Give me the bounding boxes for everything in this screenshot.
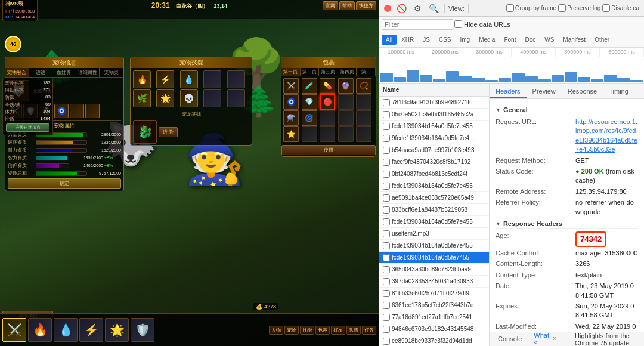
- request-item-17[interactable]: 81bb33c60f257d71ff0f279df9: [379, 288, 489, 299]
- filter-btn-manifest[interactable]: Manifest: [559, 35, 590, 45]
- req-check-19[interactable]: [383, 314, 390, 321]
- req-check-9[interactable]: [383, 194, 390, 202]
- bag-slot-9[interactable]: [338, 94, 354, 110]
- bag-slot-8-highlighted[interactable]: 🔴: [320, 94, 335, 110]
- request-item-15[interactable]: 365d043a30bd89c7823bbaa9.: [379, 264, 489, 276]
- general-section-title[interactable]: ▼ General: [496, 106, 638, 115]
- tab-timing[interactable]: Timing: [603, 85, 634, 98]
- advance-button[interactable]: 进 阶: [159, 127, 178, 137]
- request-item-14-selected[interactable]: fcde1f39034b164a0d5fe7455: [379, 252, 489, 264]
- request-item-4[interactable]: 9fcde1f39034b164a0d5fe7e4...: [379, 132, 489, 144]
- request-item-20[interactable]: 94846c6703e9c182c43145548: [379, 323, 489, 335]
- bottom-nav-team[interactable]: 队伍: [346, 326, 361, 335]
- skill-slot-10[interactable]: [227, 89, 245, 107]
- close-dot[interactable]: [384, 5, 391, 12]
- req-check-18[interactable]: [383, 302, 390, 309]
- filter-btn-img[interactable]: Img: [456, 35, 474, 45]
- pet-tab-1[interactable]: 进进: [29, 68, 53, 77]
- bag-tab-1[interactable]: 第一页: [281, 68, 301, 76]
- nav-btn-official[interactable]: 官网: [323, 1, 338, 10]
- use-button[interactable]: 使用: [281, 145, 376, 155]
- filter-btn-other[interactable]: Other: [590, 35, 614, 45]
- bag-slot-17[interactable]: [302, 126, 317, 142]
- bottom-nav-friends[interactable]: 好友: [331, 326, 345, 335]
- hide-urls-checkbox[interactable]: [454, 20, 462, 28]
- bottom-nav-bag[interactable]: 包裹: [315, 326, 330, 335]
- skill-slot-3[interactable]: 💧: [180, 70, 198, 88]
- bag-slot-5[interactable]: 📿: [356, 78, 371, 94]
- skill-bar-slot-2[interactable]: 🔥: [28, 318, 52, 342]
- filter-btn-doc[interactable]: Doc: [521, 35, 540, 45]
- preserve-log-checkbox[interactable]: [558, 4, 566, 12]
- req-check-3[interactable]: [383, 123, 390, 130]
- request-item-12[interactable]: useltem2.mp3: [379, 228, 489, 240]
- request-item-10[interactable]: 833bcff6e1a84487b5219058: [379, 204, 489, 216]
- bag-slot-19[interactable]: [338, 126, 354, 142]
- skill-slot-9[interactable]: [203, 89, 221, 107]
- skill-slot-4[interactable]: [203, 70, 221, 88]
- req-check-10[interactable]: [383, 206, 390, 214]
- req-check-11[interactable]: [383, 218, 390, 225]
- req-check-6[interactable]: [383, 159, 390, 166]
- nav-btn-help[interactable]: 帮助: [339, 1, 355, 10]
- req-check-16[interactable]: [383, 278, 390, 285]
- bottom-nav-tasks[interactable]: 任务: [362, 326, 376, 335]
- hide-urls-label[interactable]: Hide data URLs: [454, 20, 510, 28]
- bag-slot-6[interactable]: 🧿: [283, 94, 299, 110]
- group-by-frame-option[interactable]: Group by frame: [506, 4, 556, 12]
- req-check-21[interactable]: [383, 338, 390, 345]
- tab-preview[interactable]: Preview: [527, 85, 562, 98]
- request-item-21[interactable]: ce89018bc9337c3f32d94d1dd: [379, 335, 489, 346]
- skill-slot-5[interactable]: [227, 70, 245, 88]
- req-check-14[interactable]: [383, 254, 390, 261]
- req-check-13[interactable]: [383, 242, 390, 249]
- pet-tab-2[interactable]: 血娃养: [52, 68, 76, 77]
- request-item-9[interactable]: ae5091ba4ce033c5720e65a49: [379, 192, 489, 204]
- filter-input[interactable]: [382, 19, 453, 30]
- request-item-18[interactable]: 6361ec178b5cf7cb22f3443b7e: [379, 299, 489, 311]
- skill-bar-slot-4[interactable]: ⚡: [79, 318, 103, 342]
- pet-tab-4[interactable]: 宠物灵: [100, 68, 123, 77]
- filter-btn-media[interactable]: Media: [475, 35, 499, 45]
- bag-slot-7[interactable]: 💎: [302, 94, 317, 110]
- filter-btn-all[interactable]: All: [382, 35, 397, 45]
- req-check-12[interactable]: [383, 230, 390, 237]
- pet-tab-3[interactable]: 详细属性: [76, 68, 100, 77]
- req-check-8[interactable]: [383, 183, 390, 190]
- pet-tab-0[interactable]: 宠物融合: [5, 68, 29, 77]
- filter-btn-xhr[interactable]: XHR: [397, 35, 418, 45]
- request-item-5[interactable]: b54aaca9ad07ee997b103e493: [379, 144, 489, 156]
- disable-cache-checkbox[interactable]: [602, 4, 610, 12]
- tab-response[interactable]: Response: [562, 85, 603, 98]
- request-item-19[interactable]: 77a18d891ed27a1dfb7cc2541: [379, 311, 489, 323]
- bag-slot-16[interactable]: ⭐: [283, 126, 299, 142]
- group-by-frame-checkbox[interactable]: [506, 4, 514, 12]
- skill-slot-1[interactable]: 🔥: [133, 70, 151, 88]
- bottom-nav-char[interactable]: 人物: [269, 326, 283, 335]
- bag-tab-5[interactable]: 第二: [357, 68, 376, 76]
- request-item-6[interactable]: facef9fe48704320c8f8b17192: [379, 156, 489, 168]
- bag-slot-14[interactable]: [338, 110, 354, 126]
- skill-slot-8[interactable]: 💀: [180, 89, 198, 107]
- bag-slot-12[interactable]: 🌀: [302, 110, 317, 126]
- skill-slot-7[interactable]: 🌟: [156, 89, 174, 107]
- req-check-4[interactable]: [383, 135, 390, 142]
- request-item-11[interactable]: fcde1f39034b164a0d5fe7e455: [379, 216, 489, 228]
- confirm-button[interactable]: 确定: [8, 178, 121, 189]
- filter-icon[interactable]: ⚙: [412, 2, 423, 14]
- bag-slot-15[interactable]: [356, 110, 371, 126]
- skill-bar-slot-6[interactable]: 🛡️: [131, 318, 154, 342]
- req-check-20[interactable]: [383, 326, 390, 333]
- req-check-17[interactable]: [383, 290, 390, 297]
- skill-slot-2[interactable]: ⚡: [156, 70, 174, 88]
- bag-slot-10[interactable]: [356, 94, 371, 110]
- bag-slot-3[interactable]: 💊: [320, 78, 335, 94]
- bag-slot-20[interactable]: [356, 126, 371, 142]
- bag-slot-18[interactable]: [320, 126, 335, 142]
- levelup-button[interactable]: 升级自动加点: [6, 123, 49, 132]
- disable-cache-option[interactable]: Disable ca: [602, 4, 639, 12]
- skill-bar-slot-5[interactable]: 🌟: [105, 318, 129, 342]
- req-check-7[interactable]: [383, 171, 390, 178]
- request-item-2[interactable]: 05c0e5021c9efbd3f165465c2a: [379, 109, 489, 121]
- request-item-1[interactable]: 781f3c9ad913bf3b99489271fc: [379, 97, 489, 109]
